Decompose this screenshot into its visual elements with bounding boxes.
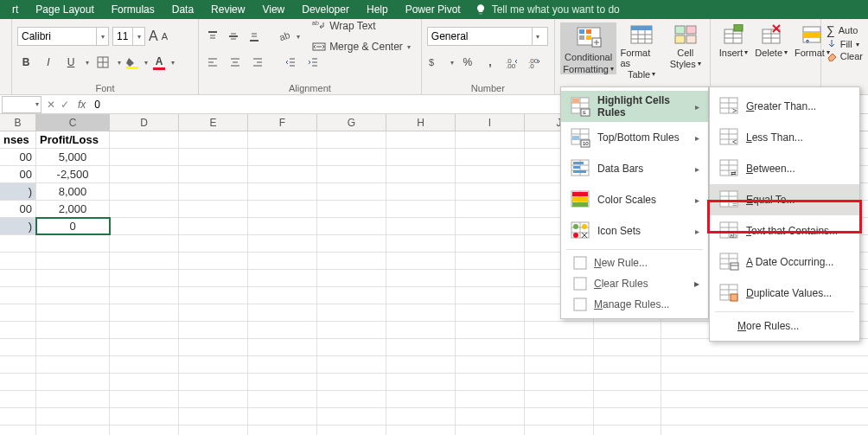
tab-formulas[interactable]: Formulas — [103, 1, 163, 18]
cell[interactable] — [110, 425, 179, 435]
cell[interactable] — [386, 408, 456, 425]
cell[interactable]: Profit/Loss — [36, 131, 110, 148]
font-color-dropdown[interactable]: ▾ — [171, 59, 175, 67]
cell[interactable] — [36, 304, 110, 321]
cell[interactable]: 00 — [0, 149, 36, 165]
menu-item-db[interactable]: Data Bars▸ — [561, 153, 708, 184]
cell[interactable] — [248, 287, 317, 304]
cell[interactable] — [317, 166, 386, 182]
col-header-E[interactable]: E — [179, 114, 248, 131]
cell[interactable] — [110, 149, 179, 165]
cell[interactable] — [525, 356, 594, 373]
cell[interactable] — [594, 322, 661, 338]
cell[interactable] — [110, 131, 179, 148]
cell[interactable] — [248, 374, 317, 390]
cell[interactable] — [525, 339, 594, 355]
cell[interactable] — [456, 304, 525, 321]
tab-power-pivot[interactable]: Power Pivot — [397, 1, 469, 18]
borders-dropdown[interactable]: ▾ — [118, 59, 121, 67]
cell[interactable] — [179, 374, 248, 390]
cell[interactable] — [248, 253, 317, 269]
cell[interactable] — [0, 425, 36, 435]
rule-item-clear[interactable]: Clear Rules▸ — [561, 273, 708, 294]
bold-button[interactable]: B — [17, 54, 35, 71]
borders-button[interactable] — [94, 54, 112, 71]
increase-font-icon[interactable]: A — [149, 29, 158, 44]
cell[interactable] — [179, 425, 248, 435]
col-header-B[interactable]: B — [0, 114, 36, 131]
align-top-button[interactable] — [204, 28, 221, 45]
cell[interactable] — [317, 235, 386, 252]
hcr-item-dv[interactable]: Duplicate Values... — [710, 278, 859, 309]
menu-item-is[interactable]: Icon Sets▸ — [561, 215, 708, 246]
font-color-button[interactable]: A — [153, 55, 165, 70]
cell[interactable] — [317, 270, 386, 286]
cell[interactable] — [110, 304, 179, 321]
cell[interactable] — [0, 270, 36, 286]
hcr-item-eq[interactable]: =Equal To... — [710, 184, 859, 215]
cell[interactable] — [110, 183, 179, 200]
increase-indent-button[interactable] — [304, 54, 322, 71]
cell[interactable]: 8,000 — [36, 183, 110, 200]
cell[interactable] — [110, 218, 179, 234]
cell[interactable] — [248, 356, 317, 373]
cell[interactable] — [456, 408, 525, 425]
cell[interactable] — [110, 166, 179, 182]
decrease-font-icon[interactable]: A — [162, 31, 168, 42]
cell[interactable] — [317, 287, 386, 304]
font-size-input[interactable] — [113, 28, 132, 45]
cell[interactable] — [525, 408, 594, 425]
hcr-item-bt[interactable]: ⇄Between... — [710, 153, 859, 184]
wrap-text-button[interactable]: ab Wrap Text — [307, 16, 416, 35]
tab-insert[interactable]: rt — [3, 1, 27, 18]
format-as-table-button[interactable]: Format as Table▾ — [616, 22, 666, 81]
cell[interactable] — [110, 391, 179, 407]
cell[interactable] — [0, 304, 36, 321]
cell[interactable] — [386, 201, 456, 217]
align-right-button[interactable] — [249, 54, 266, 71]
cell[interactable] — [386, 374, 456, 390]
cell[interactable] — [179, 408, 248, 425]
cell[interactable] — [248, 149, 317, 165]
conditional-formatting-button[interactable]: Conditional Formatting▾ — [560, 22, 617, 74]
cell[interactable] — [248, 183, 317, 200]
tab-data[interactable]: Data — [163, 1, 202, 18]
number-format-input[interactable] — [428, 28, 532, 45]
cell[interactable] — [248, 166, 317, 182]
tab-view[interactable]: View — [253, 1, 293, 18]
cell[interactable]: ) — [0, 218, 36, 234]
align-left-button[interactable] — [204, 54, 221, 71]
cell[interactable] — [525, 374, 594, 390]
cell[interactable] — [179, 339, 248, 355]
cell[interactable] — [110, 235, 179, 252]
fill-color-dropdown[interactable]: ▾ — [144, 59, 148, 67]
cell[interactable]: 00 — [0, 201, 36, 217]
cell[interactable] — [36, 253, 110, 269]
cell[interactable] — [0, 391, 36, 407]
cell[interactable] — [36, 339, 110, 355]
cell[interactable] — [525, 391, 594, 407]
cell[interactable] — [110, 339, 179, 355]
name-box-dropdown[interactable]: ▾ — [35, 100, 39, 108]
cell[interactable] — [179, 270, 248, 286]
cell[interactable] — [386, 322, 456, 338]
cell[interactable] — [179, 183, 248, 200]
cell[interactable] — [317, 374, 386, 390]
cell[interactable] — [317, 408, 386, 425]
col-header-C[interactable]: C — [36, 114, 110, 131]
cell[interactable] — [36, 235, 110, 252]
font-name-dropdown[interactable]: ▾ — [96, 28, 108, 45]
cell[interactable] — [179, 322, 248, 338]
cell[interactable] — [179, 201, 248, 217]
cell[interactable] — [317, 183, 386, 200]
cell[interactable] — [36, 287, 110, 304]
tab-review[interactable]: Review — [202, 1, 253, 18]
cell[interactable] — [386, 149, 456, 165]
cell[interactable] — [36, 408, 110, 425]
cell[interactable] — [317, 356, 386, 373]
underline-button[interactable]: U — [62, 54, 80, 71]
cell[interactable] — [179, 166, 248, 182]
cell[interactable] — [0, 374, 36, 390]
cell[interactable] — [248, 391, 317, 407]
cell[interactable] — [594, 374, 661, 390]
